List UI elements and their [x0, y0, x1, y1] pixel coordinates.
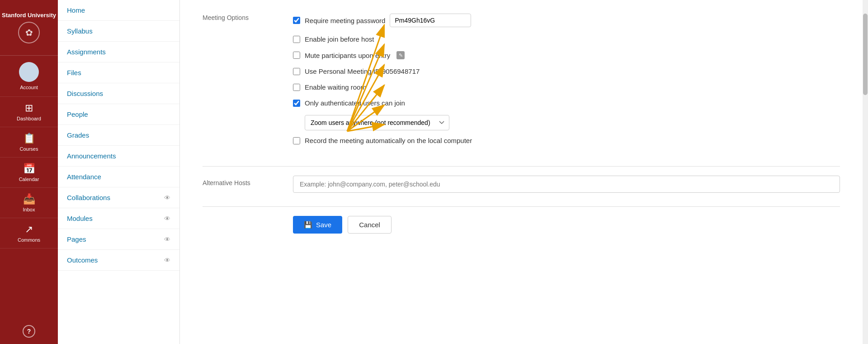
password-input[interactable]	[390, 14, 471, 27]
nav-label: People	[67, 110, 88, 118]
options-column: Require meeting password Enable join bef…	[293, 14, 840, 153]
nav-label: Discussions	[67, 90, 103, 97]
nav-item-modules[interactable]: Modules 👁	[58, 208, 179, 229]
sidebar-item-label: Courses	[20, 146, 38, 152]
nav-label: Syllabus	[67, 27, 93, 35]
meeting-options-label: Meeting Options	[203, 14, 249, 21]
sidebar-item-label: Inbox	[23, 207, 35, 212]
record-auto-checkbox[interactable]	[293, 137, 300, 144]
nav-label: Assignments	[67, 48, 106, 56]
sidebar-item-courses[interactable]: 📋 Courses	[0, 127, 58, 158]
alternative-hosts-section: Alternative Hosts	[203, 176, 840, 193]
nav-item-discussions[interactable]: Discussions	[58, 83, 179, 104]
scrollbar[interactable]	[863, 0, 868, 344]
authenticated-users-label: Only authenticated users can join	[305, 99, 405, 107]
save-button[interactable]: 💾 Save	[293, 216, 342, 234]
stanford-logo: Stanford University ✿	[0, 0, 58, 56]
university-name: Stanford University	[2, 12, 56, 19]
nav-label: Files	[67, 69, 81, 76]
option-mute-participants: Mute participants upon entry ✎	[293, 51, 840, 59]
form-buttons: 💾 Save Cancel	[203, 216, 840, 234]
waiting-room-label: Enable waiting room	[305, 83, 366, 91]
cancel-button[interactable]: Cancel	[348, 216, 392, 234]
sidebar-item-inbox[interactable]: 📥 Inbox	[0, 188, 58, 218]
waiting-room-checkbox[interactable]	[293, 84, 300, 91]
help-button[interactable]: ?	[0, 319, 58, 344]
visibility-icon[interactable]: 👁	[164, 215, 170, 222]
scrollbar-thumb[interactable]	[863, 14, 868, 95]
nav-label: Grades	[67, 131, 89, 139]
visibility-icon[interactable]: 👁	[164, 257, 170, 264]
sidebar-item-label: Calendar	[19, 177, 39, 182]
nav-item-outcomes[interactable]: Outcomes 👁	[58, 250, 179, 271]
zoom-users-select[interactable]: Zoom users anywhere (not recommended)	[305, 115, 449, 130]
authenticated-users-checkbox[interactable]	[293, 100, 300, 107]
nav-panel: Home Syllabus Assignments Files Discussi…	[58, 0, 180, 344]
sidebar-item-label: Dashboard	[17, 116, 41, 121]
nav-item-grades[interactable]: Grades	[58, 125, 179, 146]
nav-label: Home	[67, 6, 85, 14]
alternative-hosts-label: Alternative Hosts	[203, 179, 250, 186]
option-personal-meeting-id: Use Personal Meeting ID 9056948717	[293, 67, 840, 75]
sidebar-item-label: Commons	[18, 237, 40, 243]
commons-icon: ↗	[25, 224, 33, 235]
option-join-before-host: Enable join before host	[293, 35, 840, 43]
sidebar-item-calendar[interactable]: 📅 Calendar	[0, 158, 58, 188]
nav-item-people[interactable]: People	[58, 104, 179, 125]
join-before-host-checkbox[interactable]	[293, 36, 300, 43]
option-authenticated-users: Only authenticated users can join	[293, 99, 840, 107]
record-auto-label: Record the meeting automatically on the …	[305, 137, 472, 144]
nav-item-attendance[interactable]: Attendance	[58, 167, 179, 187]
sidebar-item-account[interactable]: Account	[0, 56, 58, 97]
nav-item-assignments[interactable]: Assignments	[58, 42, 179, 62]
nav-item-collaborations[interactable]: Collaborations 👁	[58, 187, 179, 208]
sidebar-item-commons[interactable]: ↗ Commons	[0, 218, 58, 248]
nav-item-files[interactable]: Files	[58, 62, 179, 83]
dashboard-icon: ⊞	[25, 102, 33, 114]
avatar	[19, 62, 39, 82]
option-require-password: Require meeting password	[293, 14, 840, 27]
help-icon: ?	[23, 325, 35, 338]
nav-item-home[interactable]: Home	[58, 0, 179, 21]
sidebar: Stanford University ✿ Account ⊞ Dashboar…	[0, 0, 58, 344]
visibility-icon[interactable]: 👁	[164, 194, 170, 201]
nav-label: Attendance	[67, 173, 101, 181]
require-password-label: Require meeting password	[305, 17, 385, 24]
info-icon: ✎	[396, 51, 405, 59]
divider-1	[203, 166, 840, 167]
option-record-auto: Record the meeting automatically on the …	[293, 137, 840, 144]
sidebar-item-dashboard[interactable]: ⊞ Dashboard	[0, 97, 58, 127]
main-content: Meeting Options Require meeting password…	[180, 0, 863, 344]
nav-label: Announcements	[67, 152, 116, 160]
mute-participants-checkbox[interactable]	[293, 52, 300, 59]
personal-meeting-id-checkbox[interactable]	[293, 68, 300, 75]
inbox-icon: 📥	[23, 193, 35, 205]
nav-label: Modules	[67, 215, 93, 222]
nav-item-syllabus[interactable]: Syllabus	[58, 21, 179, 42]
save-label: Save	[316, 221, 331, 229]
nav-item-announcements[interactable]: Announcements	[58, 146, 179, 167]
personal-meeting-id-label: Use Personal Meeting ID 9056948717	[305, 67, 420, 75]
option-waiting-room: Enable waiting room	[293, 83, 840, 91]
save-icon: 💾	[304, 221, 312, 229]
nav-label: Collaborations	[67, 194, 110, 201]
meeting-options-section: Meeting Options Require meeting password…	[203, 14, 840, 153]
nav-label: Outcomes	[67, 256, 98, 264]
nav-label: Pages	[67, 235, 86, 243]
nav-item-pages[interactable]: Pages 👁	[58, 229, 179, 250]
alternative-hosts-input[interactable]	[293, 176, 840, 193]
require-password-checkbox[interactable]	[293, 17, 300, 24]
join-before-host-label: Enable join before host	[305, 35, 374, 43]
visibility-icon[interactable]: 👁	[164, 236, 170, 243]
account-label: Account	[20, 85, 38, 90]
divider-2	[203, 206, 840, 207]
mute-participants-label: Mute participants upon entry	[305, 52, 390, 59]
calendar-icon: 📅	[23, 163, 35, 175]
courses-icon: 📋	[23, 133, 35, 144]
stanford-seal: ✿	[18, 22, 40, 43]
